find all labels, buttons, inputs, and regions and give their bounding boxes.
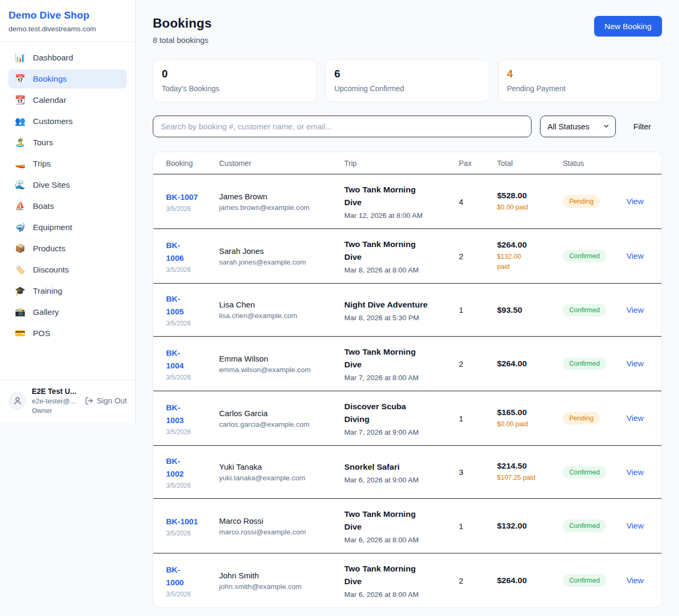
customer-email: yuki.tanaka@example.com: [219, 474, 332, 482]
booking-link[interactable]: BK- 1003: [166, 401, 184, 427]
customer-cell: Marco Rossimarco.rossi@example.com: [213, 499, 338, 553]
shop-name: Demo Dive Shop: [8, 10, 127, 21]
trip-cell: Snorkel SafariMar 6, 2026 at 9:00 AM: [338, 446, 452, 499]
pax-count: 1: [459, 305, 484, 314]
stat-card-today-s-bookings: 0Today's Bookings: [153, 59, 317, 102]
view-link[interactable]: View: [626, 197, 643, 206]
trip-name: Two Tank Morning Dive: [344, 183, 446, 209]
sidebar-item-pos[interactable]: 💳POS: [8, 324, 127, 343]
sidebar-item-gallery[interactable]: 📸Gallery: [8, 303, 127, 322]
booking-link[interactable]: BK- 1005: [166, 293, 184, 318]
pax-cell: 1: [452, 284, 491, 337]
sidebar-item-calendar[interactable]: 📆Calendar: [8, 91, 127, 110]
trip-name: Two Tank Morning Dive: [344, 508, 446, 533]
view-link[interactable]: View: [626, 413, 643, 423]
table-row: BK- 10063/5/2026Sarah Jonessarah.jones@e…: [153, 229, 661, 284]
user-role: Owner: [32, 407, 76, 415]
sidebar-item-products[interactable]: 📦Products: [8, 239, 127, 258]
view-link[interactable]: View: [626, 305, 643, 314]
booking-cell: BK- 10003/5/2026: [153, 553, 213, 608]
booking-link[interactable]: BK-1001: [166, 515, 198, 528]
new-booking-button[interactable]: New Booking: [594, 16, 662, 37]
column-header-trip: Trip: [338, 152, 452, 174]
sidebar-item-customers[interactable]: 👥Customers: [8, 112, 127, 131]
pax-count: 3: [459, 468, 484, 477]
sidebar-item-dashboard[interactable]: 📊Dashboard: [8, 48, 127, 67]
view-link[interactable]: View: [626, 468, 643, 477]
bookings-table: BookingCustomerTripPaxTotalStatus BK-100…: [153, 152, 661, 608]
trip-datetime: Mar 12, 2026 at 8:00 AM: [344, 212, 446, 219]
sidebar-item-boats[interactable]: ⛵Boats: [8, 197, 127, 216]
credit-card-icon: 💳: [15, 329, 25, 338]
sidebar-item-label: Equipment: [33, 223, 72, 232]
status-cell: Confirmed: [556, 229, 620, 284]
booking-cell: BK- 10063/5/2026: [153, 229, 213, 284]
booking-link[interactable]: BK- 1006: [166, 239, 184, 265]
sidebar-item-discounts[interactable]: 🏷️Discounts: [8, 260, 127, 279]
sidebar-item-equipment[interactable]: 🤿Equipment: [8, 218, 127, 237]
sidebar-item-bookings[interactable]: 📅Bookings: [8, 69, 127, 89]
sidebar-nav: 📊Dashboard📅Bookings📆Calendar👥Customers🏝️…: [0, 42, 135, 380]
pax-cell: 2: [452, 337, 491, 391]
action-cell: View: [620, 174, 661, 229]
customer-cell: Emma Wilsonemma.wilson@example.com: [213, 337, 338, 391]
total-amount: $264.00: [497, 359, 550, 368]
search-input[interactable]: [153, 116, 532, 137]
view-link[interactable]: View: [626, 251, 643, 260]
customer-cell: Carlos Garciacarlos.garcia@example.com: [213, 391, 338, 446]
sidebar-item-dive-sites[interactable]: 🌊Dive Sites: [8, 175, 127, 195]
customer-cell: James Brownjames.brown@example.com: [213, 174, 338, 229]
column-header-booking: Booking: [153, 152, 213, 174]
column-header-actions: [620, 152, 661, 174]
sidebar: Demo Dive Shop demo.test.divestreams.com…: [0, 0, 136, 423]
paid-amount: $132.00 paid: [497, 252, 550, 272]
total-cell: $528.00$0.00 paid: [491, 174, 556, 229]
booking-link[interactable]: BK-1007: [166, 191, 198, 204]
view-link[interactable]: View: [626, 521, 643, 530]
trip-cell: Discover Scuba DivingMar 7, 2026 at 9:00…: [338, 391, 452, 446]
status-cell: Confirmed: [556, 553, 620, 608]
sailboat-icon: ⛵: [15, 202, 25, 210]
pax-count: 1: [459, 414, 484, 423]
total-amount: $264.00: [497, 576, 550, 585]
sign-out-label: Sign Out: [97, 397, 127, 405]
status-filter-wrap: All Statuses: [540, 116, 616, 137]
booking-link[interactable]: BK- 1004: [166, 347, 184, 372]
customer-cell: Sarah Jonessarah.jones@example.com: [213, 229, 338, 284]
status-badge: Confirmed: [563, 574, 606, 587]
trip-name: Two Tank Morning Dive: [344, 562, 446, 588]
sidebar-item-label: Discounts: [33, 265, 69, 275]
trip-name: Snorkel Safari: [344, 461, 446, 473]
diving-mask-icon: 🤿: [15, 223, 25, 232]
table-header-row: BookingCustomerTripPaxTotalStatus: [153, 152, 661, 174]
view-link[interactable]: View: [626, 576, 643, 585]
view-link[interactable]: View: [626, 359, 643, 368]
customer-cell: Lisa Chenlisa.chen@example.com: [213, 284, 338, 337]
filters-row: All Statuses Filter: [153, 116, 662, 137]
total-amount: $165.00: [497, 408, 550, 417]
booking-date: 3/5/2026: [166, 374, 206, 381]
trip-cell: Two Tank Morning DiveMar 7, 2026 at 8:00…: [338, 337, 452, 391]
trip-name: Two Tank Morning Dive: [344, 238, 446, 263]
sidebar-item-trips[interactable]: 🚤Trips: [8, 154, 127, 173]
filter-button[interactable]: Filter: [633, 122, 651, 131]
sidebar-item-training[interactable]: 🎓Training: [8, 281, 127, 301]
booking-date: 3/5/2026: [166, 266, 206, 274]
sidebar-item-label: Trips: [33, 159, 51, 169]
total-cell: $165.00$0.00 paid: [491, 391, 556, 446]
booking-link[interactable]: BK- 1002: [166, 455, 184, 480]
wave-icon: 🌊: [15, 181, 25, 189]
sidebar-item-tours[interactable]: 🏝️Tours: [8, 133, 127, 152]
customer-name: Carlos Garcia: [219, 409, 332, 418]
total-amount: $214.50: [497, 461, 550, 471]
total-cell: $132.00: [491, 499, 556, 553]
main-content: Bookings 8 total bookings New Booking 0T…: [136, 0, 679, 616]
trip-cell: Two Tank Morning DiveMar 12, 2026 at 8:0…: [338, 174, 452, 229]
paid-amount: $0.00 paid: [497, 419, 550, 429]
status-filter-select[interactable]: All Statuses: [540, 116, 616, 137]
booking-link[interactable]: BK- 1000: [166, 564, 184, 589]
sidebar-item-label: Training: [33, 286, 62, 296]
sign-out-button[interactable]: Sign Out: [85, 397, 127, 405]
status-cell: Confirmed: [556, 446, 620, 499]
status-cell: Pending: [556, 391, 620, 446]
